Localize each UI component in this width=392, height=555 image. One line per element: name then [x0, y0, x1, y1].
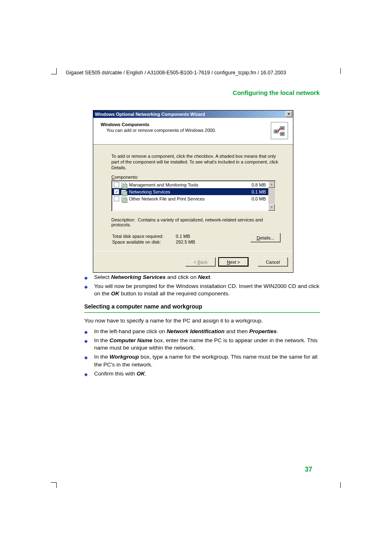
component-icon — [121, 182, 127, 188]
component-size: 0.0 MB — [251, 196, 266, 201]
bullet-item: ◆ You will now be prompted for the Windo… — [84, 283, 320, 297]
diamond-icon: ◆ — [84, 370, 90, 378]
diamond-icon: ◆ — [84, 337, 90, 352]
components-label: Components: — [111, 175, 281, 180]
wizard-body: To add or remove a component, click the … — [93, 145, 293, 251]
scroll-down-icon[interactable]: ▼ — [268, 204, 275, 211]
bullet-item: ◆ Confirm this with OK. — [84, 370, 320, 378]
scrollbar[interactable]: ▲ ▼ — [268, 181, 275, 211]
diamond-icon: ◆ — [84, 328, 90, 335]
space-available-label: Space available on disk: — [112, 240, 175, 244]
paragraph: You now have to specify a name for the P… — [84, 317, 320, 325]
bullet-item: ◆ Select Networking Services and click o… — [84, 274, 320, 281]
component-label: Management and Monitoring Tools — [129, 182, 198, 187]
subheading: Selecting a computer name and workgroup — [84, 303, 320, 311]
wizard-header-sub: You can add or remove components of Wind… — [101, 127, 216, 133]
diamond-icon: ◆ — [84, 274, 90, 281]
space-required-label: Total disk space required: — [112, 234, 175, 239]
component-icon — [121, 196, 127, 202]
window-title: Windows Optional Networking Components W… — [95, 111, 205, 118]
details-button[interactable]: Details... — [250, 233, 281, 242]
diamond-icon: ◆ — [84, 353, 90, 368]
document-body: ◆ Select Networking Services and click o… — [84, 274, 320, 382]
close-icon[interactable]: × — [286, 111, 292, 117]
component-icon — [121, 189, 127, 195]
diamond-icon: ◆ — [84, 283, 90, 297]
page-number: 37 — [305, 466, 312, 473]
wizard-icon — [271, 122, 288, 139]
list-item[interactable]: Other Network File and Print Services 0.… — [112, 195, 275, 202]
component-label: Networking Services — [129, 189, 170, 194]
wizard-footer: < Back Next > Cancel — [93, 251, 293, 272]
components-listbox[interactable]: Management and Monitoring Tools 0.8 MB ✓… — [111, 180, 276, 212]
list-item[interactable]: Management and Monitoring Tools 0.8 MB — [112, 181, 275, 188]
svg-rect-1 — [275, 131, 277, 132]
scroll-up-icon[interactable]: ▲ — [268, 181, 275, 188]
space-required-value: 0.1 MB — [176, 234, 207, 239]
bullet-item: ◆ In the left-hand pane click on Network… — [84, 328, 320, 335]
bullet-item: ◆ In the Workgroup box, type a name for … — [84, 353, 320, 368]
description-row: Description: Contains a variety of speci… — [111, 217, 281, 227]
space-available-value: 292.5 MB — [176, 240, 207, 244]
green-rule — [84, 312, 320, 313]
svg-rect-3 — [281, 127, 284, 129]
wizard-header: Windows Components You can add or remove… — [93, 118, 293, 145]
list-item[interactable]: ✓ Networking Services 0.1 MB — [112, 188, 275, 195]
cancel-button[interactable]: Cancel — [258, 257, 288, 267]
wizard-header-title: Windows Components — [101, 122, 149, 127]
section-title: Configuring the local network — [77, 89, 320, 96]
titlebar: Windows Optional Networking Components W… — [93, 111, 293, 118]
bullet-item: ◆ In the Computer Name box, enter the na… — [84, 337, 320, 352]
checkbox-icon[interactable]: ✓ — [114, 189, 119, 194]
wizard-dialog: Windows Optional Networking Components W… — [93, 110, 293, 273]
checkbox-icon[interactable] — [114, 196, 119, 201]
bullet-list: ◆ In the left-hand pane click on Network… — [84, 328, 320, 378]
component-label: Other Network File and Print Services — [129, 196, 205, 201]
next-button[interactable]: Next > — [218, 257, 249, 267]
checkbox-icon[interactable] — [114, 182, 119, 187]
component-size: 0.8 MB — [251, 182, 266, 187]
bullet-list: ◆ Select Networking Services and click o… — [84, 274, 320, 298]
description-label: Description: — [111, 217, 135, 222]
disk-space-table: Total disk space required: 0.1 MB Space … — [111, 233, 208, 245]
doc-header-line: Gigaset SE505 dsl/cable / English / A310… — [66, 70, 337, 76]
component-size: 0.1 MB — [251, 189, 266, 194]
wizard-intro-text: To add or remove a component, click the … — [111, 154, 281, 170]
svg-rect-5 — [281, 133, 284, 135]
back-button: < Back — [185, 257, 216, 267]
